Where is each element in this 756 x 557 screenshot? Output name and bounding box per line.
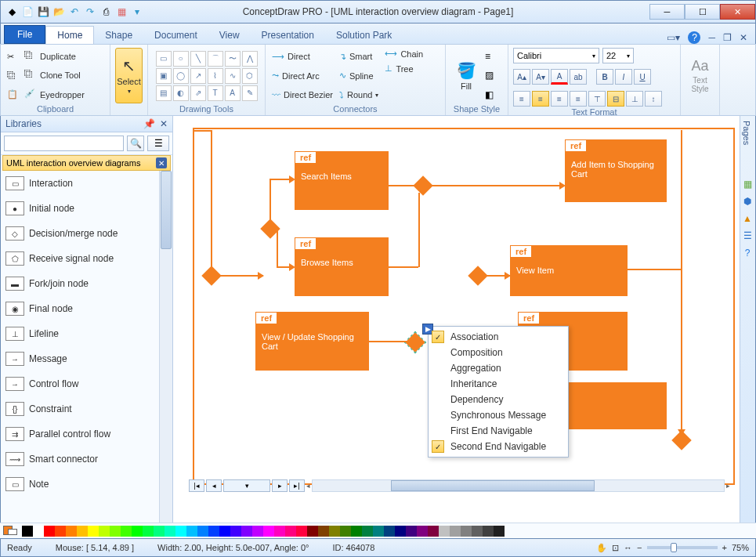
tool-9[interactable]: ↗ [190,68,206,84]
tab-home[interactable]: Home [45,26,94,44]
side-icon-3[interactable]: ▲ [743,213,752,224]
ref-search-items[interactable]: ref Search Items [295,151,389,210]
open-icon[interactable]: 📂 [52,5,65,18]
text-direction[interactable]: ↕ [645,91,662,107]
color-swatch[interactable] [406,526,417,537]
color-swatch[interactable] [219,526,230,537]
library-item[interactable]: ⇉Parallel control flow [1,421,172,447]
pan-icon[interactable]: ✋ [596,543,607,553]
zoom-out-button[interactable]: − [637,543,642,552]
rect-tool[interactable]: ▭ [156,51,172,67]
copy-button[interactable]: ⿻ [5,70,20,81]
tool-15[interactable]: ⇗ [190,85,206,101]
select-tool-button[interactable]: ↖ Select ▾ [115,48,143,103]
color-swatch[interactable] [165,526,175,537]
font-color-button[interactable]: A [551,69,568,85]
color-swatch[interactable] [494,526,505,537]
library-item[interactable]: ●Initial node [1,196,172,221]
fill-button[interactable]: 🪣 Fill [450,48,482,103]
color-swatch[interactable] [99,526,110,537]
library-item[interactable]: ▬Fork/join node [1,271,172,296]
color-swatch[interactable] [340,526,351,537]
close-child-icon[interactable]: ✕ [740,32,747,43]
library-item[interactable]: →Control flow [1,371,172,396]
color-swatch[interactable] [274,526,285,537]
eyedropper-button[interactable]: 💉Eyedropper [23,88,86,102]
minimize-ribbon-icon[interactable]: ─ [708,32,715,43]
first-page-button[interactable]: |◂ [189,479,204,492]
polyline-tool[interactable]: ⋀ [242,51,258,67]
color-swatch[interactable] [351,526,362,537]
color-swatch[interactable] [186,526,197,537]
color-swatch[interactable] [110,526,121,537]
scrollbar-thumb[interactable] [161,171,172,249]
library-item[interactable]: →Message [1,346,172,371]
color-swatch[interactable] [143,526,154,537]
smart-connector[interactable]: ↴Smart [338,51,380,63]
tool-13[interactable]: ▤ [156,85,172,101]
search-button[interactable]: 🔍 [127,136,144,151]
fit-width-icon[interactable]: ↔ [624,543,632,552]
context-menu-item[interactable]: Association✓ [429,329,568,345]
color-swatch[interactable] [121,526,132,537]
tool-18[interactable]: ✎ [242,85,258,101]
tool-12[interactable]: ⬡ [242,68,258,84]
font-family-combo[interactable]: Calibri▾ [513,48,599,63]
library-item[interactable]: ▭Note [1,472,172,497]
tool-11[interactable]: ∿ [225,68,241,84]
horizontal-scrollbar[interactable] [312,479,725,492]
side-icon-4[interactable]: ☰ [743,230,752,241]
color-swatch[interactable] [329,526,340,537]
direct-arc-connector[interactable]: ⤳Direct Arc [270,70,335,81]
arc-tool[interactable]: ⌒ [208,51,223,67]
side-help-icon[interactable]: ? [745,248,751,259]
color-swatch[interactable] [154,526,165,537]
chain-connector[interactable]: ⟷Chain [383,48,425,60]
close-button[interactable]: ✕ [720,4,755,20]
close-panel-icon[interactable]: ✕ [160,118,168,129]
color-swatch[interactable] [175,526,186,537]
line-style-icon[interactable]: ≡ [485,51,494,62]
zoom-thumb[interactable] [671,543,677,552]
pin-icon[interactable]: 📌 [143,118,155,129]
maximize-button[interactable]: ☐ [685,4,720,20]
tool-14[interactable]: ◐ [173,85,189,101]
duplicate-button[interactable]: ⿻Duplicate [23,49,86,63]
color-swatch[interactable] [44,526,55,537]
color-swatch[interactable] [439,526,450,537]
color-swatch[interactable] [285,526,296,537]
library-item[interactable]: ⬠Receive signal node [1,246,172,271]
context-menu-item[interactable]: Inheritance [429,376,568,392]
italic-button[interactable]: I [615,69,632,85]
color-swatch[interactable] [450,526,461,537]
color-swatch[interactable] [33,526,44,537]
align-left[interactable]: ≡ [513,91,530,107]
tab-shape[interactable]: Shape [94,27,143,44]
font-size-combo[interactable]: 22▾ [602,48,634,63]
context-menu-item[interactable]: Dependency [429,392,568,407]
qat-icon[interactable]: ▦ [115,5,128,18]
redo-icon[interactable]: ↷ [84,5,96,18]
valign-bottom[interactable]: ⊥ [626,91,643,107]
current-colors-indicator[interactable] [3,526,17,537]
color-swatch[interactable] [318,526,329,537]
color-swatch[interactable] [22,526,33,537]
highlight-button[interactable]: ab [570,69,587,85]
color-swatch[interactable] [252,526,263,537]
library-scrollbar[interactable] [159,171,172,523]
tool-17[interactable]: A [225,85,241,101]
window-options-icon[interactable]: ▭▾ [667,32,680,43]
save-icon[interactable]: 💾 [37,5,49,18]
color-swatch[interactable] [428,526,439,537]
print-icon[interactable]: ⎙ [99,5,112,18]
direct-bezier-connector[interactable]: 〰Direct Bezier [270,89,335,100]
color-swatch[interactable] [395,526,406,537]
library-item[interactable]: ⟿Smart connector [1,447,172,472]
bold-button[interactable]: B [596,69,613,85]
ref-browse-items[interactable]: ref Browse Items [295,237,389,296]
tab-view[interactable]: View [208,27,251,44]
curve-tool[interactable]: 〜 [225,51,241,67]
tool-8[interactable]: ◯ [173,68,189,84]
library-name-header[interactable]: UML interaction overview diagrams ✕ [2,155,171,171]
color-swatch[interactable] [417,526,428,537]
